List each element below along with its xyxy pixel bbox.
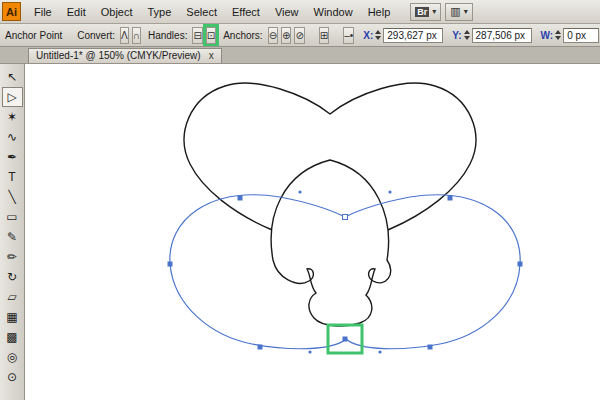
handles-label: Handles:	[148, 30, 187, 41]
rotate-tool[interactable]: ↻	[2, 267, 23, 287]
anchor-point[interactable]	[168, 262, 173, 267]
line-dot-icon: –•	[344, 30, 353, 41]
menu-select[interactable]: Select	[179, 3, 224, 21]
y-input[interactable]: 287,506 px	[472, 28, 532, 43]
rotate-icon: ↻	[7, 270, 17, 284]
magic-wand-tool[interactable]: ✶	[2, 107, 23, 127]
mesh-icon: ▦	[6, 310, 17, 324]
scale-tool[interactable]: ▱	[2, 287, 23, 307]
lasso-tool[interactable]: ∿	[2, 127, 23, 147]
isolate-icon: ⊞	[320, 30, 328, 41]
menu-effect[interactable]: Effect	[225, 3, 267, 21]
document-title: Untitled-1* @ 150% (CMYK/Preview)	[36, 50, 201, 61]
w-field-group: W: 0 px	[541, 28, 600, 43]
close-icon[interactable]: x	[209, 50, 214, 61]
workspace-icon: ▥	[450, 5, 460, 18]
direct-selection-tool[interactable]: ▷	[2, 87, 23, 107]
tools-panel: ↖ ▷ ✶ ∿ ✒ T ╲ ▭ ✎ ✏ ↻ ▱ ▦ ▩ ◎ ⊙	[0, 64, 25, 400]
mesh-tool[interactable]: ▦	[2, 307, 23, 327]
gradient-tool[interactable]: ▩	[2, 327, 23, 347]
document-tab-bar: Untitled-1* @ 150% (CMYK/Preview) x	[0, 47, 600, 64]
bridge-icon: Br	[415, 7, 429, 17]
anchor-point[interactable]	[238, 196, 243, 201]
direct-selection-icon: ▷	[7, 90, 16, 104]
cut-path-button[interactable]: ⊘	[294, 27, 304, 44]
x-input[interactable]: 293,627 px	[383, 28, 443, 43]
menu-view[interactable]: View	[268, 3, 306, 21]
bridge-button[interactable]: Br ▾	[410, 3, 441, 21]
anchor-point[interactable]	[258, 345, 263, 350]
paintbrush-tool[interactable]: ✎	[2, 227, 23, 247]
handle-dot[interactable]	[298, 190, 301, 193]
show-handles-button[interactable]: ⊟	[192, 27, 202, 44]
pencil-icon: ✏	[7, 250, 17, 264]
workspace-button[interactable]: ▥ ▾	[445, 3, 472, 21]
y-label: Y:	[452, 30, 461, 41]
connect-anchors-button[interactable]: ⊕	[281, 27, 291, 44]
menubar-quick-buttons: Br ▾ ▥ ▾	[410, 3, 472, 21]
pen-icon: ✒	[7, 150, 17, 164]
path-options-button[interactable]: –•	[343, 27, 354, 44]
menu-file[interactable]: File	[27, 3, 59, 21]
line-tool[interactable]: ╲	[2, 187, 23, 207]
handle-dot[interactable]	[388, 190, 391, 193]
rectangle-tool[interactable]: ▭	[2, 207, 23, 227]
w-label: W:	[541, 30, 554, 41]
anchor-point[interactable]	[448, 196, 453, 201]
convert-label: Convert:	[77, 30, 115, 41]
x-stepper[interactable]	[375, 30, 381, 40]
remove-anchors-button[interactable]: ⊖	[268, 27, 278, 44]
anchor-point[interactable]	[343, 215, 348, 220]
menu-type[interactable]: Type	[141, 3, 179, 21]
zoom-icon: ⊙	[7, 370, 17, 384]
artwork	[25, 64, 600, 400]
control-bar: Anchor Point Convert: Λ ∩ Handles: ⊟ ⊡ A…	[0, 24, 600, 47]
pen-tool[interactable]: ✒	[2, 147, 23, 167]
menu-edit[interactable]: Edit	[60, 3, 93, 21]
handle-dot[interactable]	[378, 350, 381, 353]
workspace: ↖ ▷ ✶ ∿ ✒ T ╲ ▭ ✎ ✏ ↻ ▱ ▦ ▩ ◎ ⊙	[0, 64, 600, 400]
type-tool[interactable]: T	[2, 167, 23, 187]
anchor-point[interactable]	[428, 345, 433, 350]
smooth-point-icon: ∩	[133, 30, 140, 41]
rectangle-icon: ▭	[6, 210, 17, 224]
anchors-label: Anchors:	[223, 30, 262, 41]
menu-object[interactable]: Object	[94, 3, 140, 21]
hide-handles-icon: ⊡	[207, 30, 215, 41]
app-logo: Ai	[2, 2, 21, 21]
y-stepper[interactable]	[464, 30, 470, 40]
menu-bar: Ai File Edit Object Type Select Effect V…	[0, 0, 600, 24]
scale-icon: ▱	[7, 290, 16, 304]
pencil-tool[interactable]: ✏	[2, 247, 23, 267]
convert-to-corner-button[interactable]: Λ	[120, 27, 129, 44]
artboard-canvas[interactable]	[25, 64, 600, 400]
line-icon: ╲	[8, 190, 15, 204]
selected-anchor-point[interactable]	[343, 337, 348, 342]
menu-window[interactable]: Window	[307, 3, 360, 21]
corner-point-icon: Λ	[121, 30, 128, 41]
handle-dot[interactable]	[308, 350, 311, 353]
blend-icon: ◎	[7, 350, 17, 364]
control-bar-title: Anchor Point	[5, 30, 62, 41]
cut-path-icon: ⊘	[295, 30, 303, 41]
convert-to-smooth-button[interactable]: ∩	[132, 27, 141, 44]
lasso-icon: ∿	[7, 130, 17, 144]
isolate-selection-button[interactable]: ⊞	[319, 27, 329, 44]
blend-tool[interactable]: ◎	[2, 347, 23, 367]
paintbrush-icon: ✎	[7, 230, 17, 244]
selection-tool[interactable]: ↖	[2, 67, 23, 87]
illustrator-window: Ai File Edit Object Type Select Effect V…	[0, 0, 600, 400]
magic-wand-icon: ✶	[7, 110, 17, 124]
gradient-icon: ▩	[6, 330, 17, 344]
show-handles-icon: ⊟	[193, 30, 201, 41]
hide-handles-button[interactable]: ⊡	[206, 27, 216, 44]
selection-icon: ↖	[7, 70, 17, 84]
type-icon: T	[8, 170, 15, 184]
w-stepper[interactable]	[555, 30, 561, 40]
anchor-point[interactable]	[518, 262, 523, 267]
zoom-tool[interactable]: ⊙	[2, 367, 23, 387]
menu-help[interactable]: Help	[361, 3, 398, 21]
document-tab[interactable]: Untitled-1* @ 150% (CMYK/Preview) x	[28, 48, 222, 63]
w-input[interactable]: 0 px	[563, 28, 599, 43]
x-field-group: X: 293,627 px	[363, 28, 443, 43]
